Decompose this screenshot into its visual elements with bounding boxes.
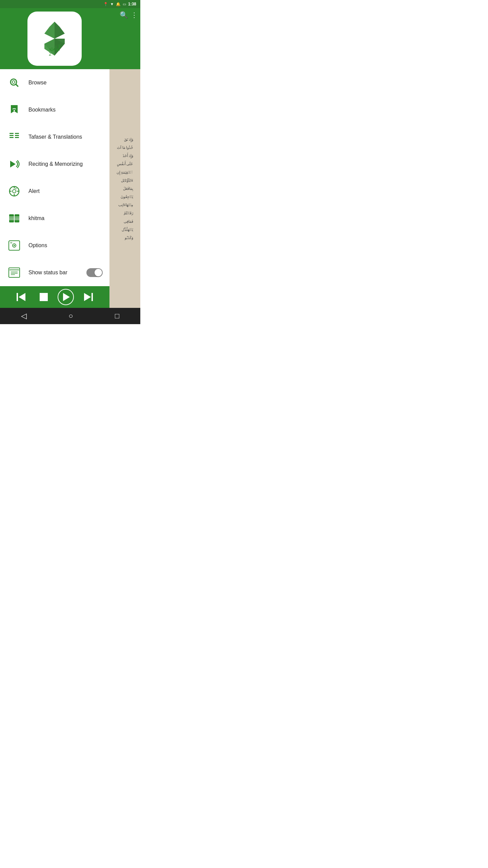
khitma-icon xyxy=(7,211,22,226)
alert-label: Alert xyxy=(28,188,40,194)
player-bar xyxy=(0,286,109,308)
menu-list: Browse Bookmarks xyxy=(0,69,109,286)
svg-point-8 xyxy=(11,79,17,85)
svg-rect-12 xyxy=(9,133,14,134)
home-nav-button[interactable]: ○ xyxy=(68,312,73,320)
status-bar: 📍 ▼ 🔔 ▭ 1:38 xyxy=(0,0,140,8)
options-label: Options xyxy=(28,242,47,249)
svg-rect-37 xyxy=(10,242,12,243)
browse-label: Browse xyxy=(28,80,46,86)
right-panel: 🔍 ⋮ وَإِذ تَقَ خُذُوا مَا آتَ وَإِذ أَخَ… xyxy=(109,8,140,308)
svg-marker-18 xyxy=(10,161,16,167)
show-status-bar-icon xyxy=(7,265,22,280)
player-stop-button[interactable] xyxy=(36,289,52,305)
quran-text-area: وَإِذ تَقَ خُذُوا مَا آتَ وَإِذ أَخَذَ ع… xyxy=(109,69,140,308)
alert-icon xyxy=(7,184,22,199)
player-play-button[interactable] xyxy=(58,289,74,305)
recent-nav-button[interactable]: □ xyxy=(115,312,119,320)
sidebar-header: آيات 2 xyxy=(0,8,109,69)
svg-text:2: 2 xyxy=(49,51,52,57)
sidebar-item-show-status-bar[interactable]: Show status bar xyxy=(0,259,109,286)
sidebar-item-alert[interactable]: Alert xyxy=(0,178,109,205)
svg-point-20 xyxy=(13,190,16,193)
reciting-icon xyxy=(7,157,22,172)
svg-rect-13 xyxy=(9,135,14,136)
tafaser-icon xyxy=(7,130,22,144)
svg-rect-9 xyxy=(16,84,19,87)
player-next-button[interactable] xyxy=(80,289,96,305)
location-icon: 📍 xyxy=(103,2,108,6)
search-icon[interactable]: 🔍 xyxy=(120,11,128,19)
sidebar-item-browse[interactable]: Browse xyxy=(0,69,109,96)
svg-rect-45 xyxy=(40,293,48,301)
bookmarks-label: Bookmarks xyxy=(28,107,56,113)
player-prev-button[interactable] xyxy=(13,289,29,305)
svg-point-10 xyxy=(12,81,15,83)
svg-rect-14 xyxy=(9,137,14,138)
show-status-bar-label: Show status bar xyxy=(28,270,67,276)
svg-marker-3 xyxy=(55,22,65,39)
options-icon xyxy=(7,238,22,253)
svg-rect-38 xyxy=(9,268,20,277)
back-nav-button[interactable]: ◁ xyxy=(21,312,27,320)
app-logo: آيات 2 xyxy=(27,12,82,66)
khitma-label: khitma xyxy=(28,215,44,221)
bookmarks-icon xyxy=(7,102,22,117)
svg-marker-2 xyxy=(44,22,55,39)
svg-marker-48 xyxy=(84,293,91,301)
svg-rect-16 xyxy=(15,135,19,136)
svg-rect-43 xyxy=(17,293,18,301)
svg-rect-17 xyxy=(15,137,19,138)
bottom-nav: ◁ ○ □ xyxy=(0,308,140,324)
more-options-icon[interactable]: ⋮ xyxy=(131,11,138,19)
right-panel-header: 🔍 ⋮ xyxy=(109,8,140,69)
tafaser-label: Tafaser & Translations xyxy=(28,134,82,140)
sidebar-item-options[interactable]: Options xyxy=(0,232,109,259)
sidebar-item-tafaser[interactable]: Tafaser & Translations xyxy=(0,123,109,151)
reciting-label: Reciting & Memorizing xyxy=(28,161,83,167)
battery-icon: ▭ xyxy=(123,2,126,6)
browse-icon xyxy=(7,75,22,90)
show-status-bar-toggle[interactable] xyxy=(86,268,103,277)
svg-text:آيات: آيات xyxy=(49,44,61,52)
svg-rect-47 xyxy=(92,293,93,301)
sidebar-item-bookmarks[interactable]: Bookmarks xyxy=(0,96,109,123)
notification-icon: 🔔 xyxy=(116,2,121,6)
svg-line-25 xyxy=(16,188,16,189)
svg-marker-46 xyxy=(63,293,70,301)
svg-point-11 xyxy=(14,110,15,111)
svg-point-36 xyxy=(14,245,15,246)
status-time: 1:38 xyxy=(128,2,136,6)
sidebar: آيات 2 Browse xyxy=(0,8,109,308)
sidebar-item-khitma[interactable]: khitma xyxy=(0,205,109,232)
svg-marker-44 xyxy=(19,293,25,301)
sidebar-item-reciting[interactable]: Reciting & Memorizing xyxy=(0,151,109,178)
svg-rect-15 xyxy=(15,133,19,134)
wifi-icon: ▼ xyxy=(110,2,114,6)
